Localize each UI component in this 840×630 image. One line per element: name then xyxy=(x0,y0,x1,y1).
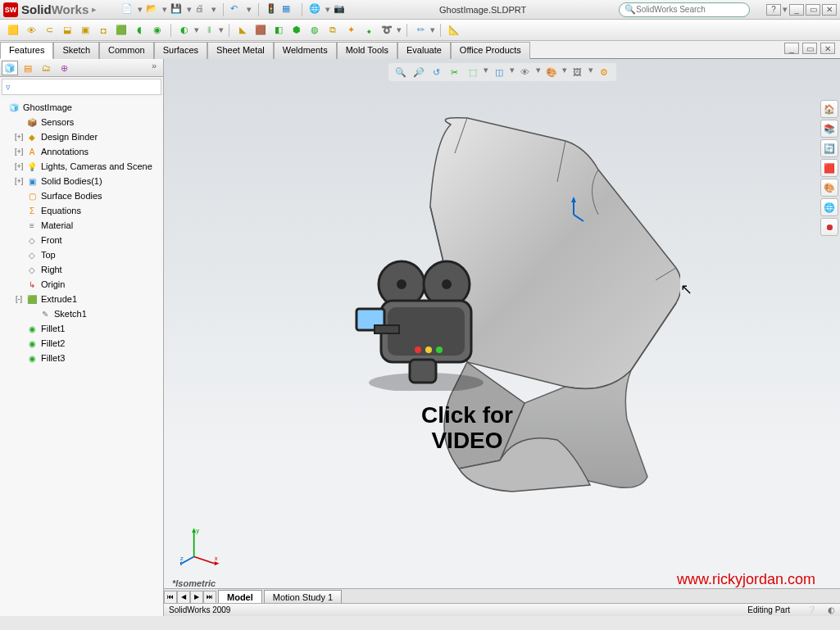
section-view-icon[interactable]: ✂ xyxy=(447,65,462,79)
traffic-icon[interactable]: 🚦 xyxy=(266,3,279,16)
help-button[interactable]: ? xyxy=(766,4,781,16)
tree-item[interactable]: [+]💡Lights, Cameras and Scene xyxy=(2,159,161,174)
revolve-boss-icon[interactable]: 👁 xyxy=(23,22,39,39)
custom-props-icon[interactable]: 🌐 xyxy=(820,198,838,216)
close-button[interactable]: ✕ xyxy=(822,4,837,16)
expander-icon[interactable]: [-] xyxy=(15,295,23,303)
open-icon[interactable]: 📂 xyxy=(146,3,159,16)
revolve-cut-icon[interactable]: ◖ xyxy=(131,22,148,39)
tree-item[interactable]: [-]🟩Extrude1 xyxy=(2,292,161,306)
sweep-icon[interactable]: ⊂ xyxy=(41,22,57,39)
orientation-triad[interactable]: y x z xyxy=(180,526,221,567)
tree-root[interactable]: 🧊 GhostImage xyxy=(2,100,161,115)
loft-icon[interactable]: ⬓ xyxy=(59,22,75,39)
search-box[interactable]: 🔍 xyxy=(619,2,750,17)
tree-item[interactable]: [+]▣Solid Bodies(1) xyxy=(2,174,161,188)
tab-nav-next[interactable]: ▶ xyxy=(190,591,203,604)
expander-icon[interactable]: [+] xyxy=(15,162,23,170)
tree-item[interactable]: ✎Sketch1 xyxy=(2,306,161,321)
draft-icon[interactable]: ◧ xyxy=(270,22,287,39)
panel-collapse-icon[interactable]: » xyxy=(147,61,161,75)
tab-nav-last[interactable]: ⏭ xyxy=(203,591,216,604)
expander-icon[interactable]: [+] xyxy=(15,147,23,156)
tree-item[interactable]: ◇Right xyxy=(2,262,161,277)
feature-tree-tab[interactable]: 🧊 xyxy=(2,61,18,75)
tree-item[interactable]: ↳Origin xyxy=(2,277,161,292)
graphics-viewport[interactable]: 🔍 🔎 ↺ ✂ ⬚▾ ◫▾ 👁▾ 🎨▾ 🖼▾ ⚙ 🏠 📚 🔄 🟥 🎨 🌐 ⏺ xyxy=(164,59,840,616)
tree-item[interactable]: ◇Top xyxy=(2,247,161,262)
tab-mold-tools[interactable]: Mold Tools xyxy=(337,42,397,59)
view-orientation-icon[interactable]: ⬚ xyxy=(465,65,480,79)
rib-icon[interactable]: ◣ xyxy=(234,22,251,39)
hide-show-icon[interactable]: 👁 xyxy=(518,65,533,79)
display-style-icon[interactable]: ◫ xyxy=(492,65,506,79)
dome-icon[interactable]: ⬢ xyxy=(288,22,305,39)
tree-item[interactable]: ≡Material xyxy=(2,218,161,233)
zoom-fit-icon[interactable]: 🔍 xyxy=(393,65,408,79)
mdi-restore-button[interactable]: ▭ xyxy=(802,43,817,54)
tree-item[interactable]: ΣEquations xyxy=(2,203,161,218)
boundary-icon[interactable]: ▣ xyxy=(77,22,93,39)
tree-item[interactable]: ◉Fillet3 xyxy=(2,351,161,365)
file-explorer-icon[interactable]: 🔄 xyxy=(820,139,838,157)
maximize-button[interactable]: ▭ xyxy=(806,4,820,16)
dimxpert-tab[interactable]: ⊕ xyxy=(56,61,72,75)
tree-filter-input[interactable]: ▿ xyxy=(2,79,161,95)
tree-item[interactable]: ◇Front xyxy=(2,233,161,247)
tab-sketch[interactable]: Sketch xyxy=(53,42,99,59)
curves-icon[interactable]: ➰ xyxy=(379,22,395,39)
previous-view-icon[interactable]: ↺ xyxy=(429,65,444,79)
mirror-icon[interactable]: ⧉ xyxy=(325,22,341,39)
feature-icon[interactable]: ◘ xyxy=(95,22,111,39)
options-icon[interactable]: 🌐 xyxy=(309,3,322,16)
new-icon[interactable]: 📄 xyxy=(121,3,134,16)
rebuild-icon[interactable]: ▦ xyxy=(282,3,295,16)
measure-icon[interactable]: 📐 xyxy=(446,22,462,39)
tab-office-products[interactable]: Office Products xyxy=(451,42,530,59)
status-help-icon[interactable]: ❔ xyxy=(806,605,816,614)
tree-item[interactable]: [+]◆Design Binder xyxy=(2,129,161,144)
scene-icon[interactable]: 🖼 xyxy=(570,65,585,79)
fillet-icon[interactable]: ◐ xyxy=(176,22,193,39)
status-rebuild-icon[interactable]: ◐ xyxy=(828,605,835,614)
instant3d-icon[interactable]: ✏ xyxy=(412,22,429,39)
tab-sheet-metal[interactable]: Sheet Metal xyxy=(207,42,274,59)
tree-item[interactable]: ◉Fillet2 xyxy=(2,336,161,351)
expander-icon[interactable]: [+] xyxy=(15,177,23,185)
search-input[interactable] xyxy=(636,5,744,14)
tree-item[interactable]: ◉Fillet1 xyxy=(2,321,161,336)
property-manager-tab[interactable]: ▤ xyxy=(20,61,36,75)
zoom-area-icon[interactable]: 🔎 xyxy=(411,65,426,79)
shell-icon[interactable]: 🟫 xyxy=(252,22,269,39)
tab-nav-prev[interactable]: ◀ xyxy=(177,591,190,604)
ref-geom-icon[interactable]: ⬥ xyxy=(361,22,377,39)
undo-icon[interactable]: ↶ xyxy=(230,3,243,16)
appearance-icon[interactable]: 🎨 xyxy=(544,65,559,79)
record-icon[interactable]: ⏺ xyxy=(820,218,838,236)
tab-model[interactable]: Model xyxy=(218,590,262,605)
tree-item[interactable]: ▢Surface Bodies xyxy=(2,188,161,203)
tree-item[interactable]: [+]AAnnotations xyxy=(2,144,161,159)
view-settings-icon[interactable]: ⚙ xyxy=(597,65,611,79)
resources-icon[interactable]: 🏠 xyxy=(820,100,838,118)
extrude-cut-icon[interactable]: 🟩 xyxy=(113,22,129,39)
print-icon[interactable]: 🖨 xyxy=(195,3,208,16)
minimize-button[interactable]: _ xyxy=(789,4,804,16)
intersect-icon[interactable]: ✦ xyxy=(343,22,359,39)
appearances-icon[interactable]: 🎨 xyxy=(820,179,838,197)
tab-common[interactable]: Common xyxy=(99,42,154,59)
screen-capture-icon[interactable]: 📷 xyxy=(334,3,347,16)
view-palette-icon[interactable]: 🟥 xyxy=(820,159,838,177)
mdi-minimize-button[interactable]: _ xyxy=(784,43,799,54)
extrude-boss-icon[interactable]: 🟨 xyxy=(5,22,21,39)
tab-weldments[interactable]: Weldments xyxy=(274,42,337,59)
tab-nav-first[interactable]: ⏮ xyxy=(164,591,177,604)
expander-icon[interactable]: [+] xyxy=(15,133,23,141)
menu-dropdown-icon[interactable]: ▸ xyxy=(92,4,97,15)
tab-motion-study[interactable]: Motion Study 1 xyxy=(264,590,342,605)
configuration-tab[interactable]: 🗂 xyxy=(38,61,54,75)
pattern-icon[interactable]: ⦀ xyxy=(201,22,217,39)
tab-surfaces[interactable]: Surfaces xyxy=(154,42,207,59)
tree-item[interactable]: 📦Sensors xyxy=(2,115,161,129)
save-icon[interactable]: 💾 xyxy=(170,3,184,16)
